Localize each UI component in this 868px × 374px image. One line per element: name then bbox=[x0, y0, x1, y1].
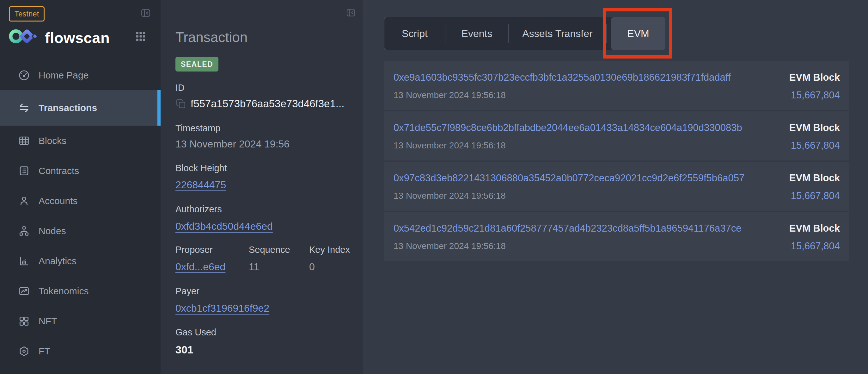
row-left: 0xe9a1603bc9355fc307b23eccfb3bfc1a3255a0… bbox=[394, 71, 731, 110]
evm-transaction-row: 0xe9a1603bc9355fc307b23eccfb3bfc1a3255a0… bbox=[384, 61, 849, 110]
collapse-panel-icon bbox=[346, 8, 356, 19]
key-index-value: 0 bbox=[309, 261, 351, 272]
sidebar-item-nodes[interactable]: Nodes bbox=[0, 216, 161, 246]
bar-chart-icon bbox=[18, 255, 30, 267]
key-index-label: Key Index bbox=[309, 245, 351, 254]
token-cube-icon bbox=[18, 346, 30, 357]
collapse-panel-icon bbox=[141, 8, 151, 19]
evm-transaction-row: 0x97c83d3eb8221431306880a35452a0b0772cec… bbox=[384, 162, 849, 211]
evm-block-label: EVM Block bbox=[789, 172, 840, 184]
copy-icon[interactable] bbox=[176, 98, 186, 109]
sidebar-item-label: Tokenomics bbox=[38, 286, 89, 296]
sequence-label: Sequence bbox=[249, 245, 309, 254]
payer-label: Payer bbox=[176, 286, 351, 296]
transaction-hash-link[interactable]: 0xe9a1603bc9355fc307b23eccfb3bfc1a3255a0… bbox=[394, 71, 731, 84]
apps-grid-button[interactable] bbox=[135, 31, 146, 43]
evm-block-number-link[interactable]: 15,667,804 bbox=[791, 141, 840, 151]
timestamp-value: 13 November 2024 19:56 bbox=[176, 138, 351, 150]
sidebar-item-label: Transactions bbox=[38, 103, 97, 113]
sidebar-item-label: Blocks bbox=[38, 136, 66, 146]
row-right: EVM Block 15,667,804 bbox=[777, 223, 840, 261]
authorizers-label: Authorizers bbox=[176, 204, 351, 214]
proposer-link[interactable]: 0xfd...e6ed bbox=[176, 261, 225, 272]
row-right: EVM Block 15,667,804 bbox=[777, 71, 840, 110]
grid-icon bbox=[135, 31, 146, 43]
gauge-icon bbox=[18, 69, 30, 81]
block-height-link[interactable]: 226844475 bbox=[176, 179, 226, 191]
sidebar-item-label: Contracts bbox=[38, 166, 79, 176]
sidebar-item-label: NFT bbox=[38, 316, 57, 326]
sidebar-item-accounts[interactable]: Accounts bbox=[0, 186, 161, 216]
page-title: Transaction bbox=[176, 29, 351, 46]
gas-used-value: 301 bbox=[176, 344, 351, 356]
sequence-value: 11 bbox=[249, 261, 309, 272]
swap-arrows-icon bbox=[18, 102, 30, 114]
id-label: ID bbox=[176, 83, 351, 92]
tab-evm[interactable]: EVM bbox=[611, 17, 665, 50]
sidebar-item-home-page[interactable]: Home Page bbox=[0, 60, 161, 90]
evm-transaction-row: 0x542ed1c92d59c21d81a60f258777457ad4b232… bbox=[384, 212, 849, 261]
evm-block-label: EVM Block bbox=[789, 223, 840, 234]
proposer-sequence-keyindex-group: Proposer Sequence Key Index 0xfd...e6ed … bbox=[176, 245, 351, 272]
hierarchy-icon bbox=[18, 225, 30, 237]
row-right: EVM Block 15,667,804 bbox=[777, 122, 840, 161]
flowscan-logo bbox=[8, 27, 38, 47]
sidebar-item-contracts[interactable]: Contracts bbox=[0, 156, 161, 186]
sidebar-nav: Home Page Transactions Blocks bbox=[0, 60, 161, 366]
transaction-id-row: f557a1573b76aa53e73d46f3e1... bbox=[176, 98, 351, 110]
proposer-label: Proposer bbox=[176, 245, 249, 254]
status-badge: SEALED bbox=[176, 57, 218, 71]
row-left: 0x71de55c7f989c8ce6bb2bffabdbe2044ee6a01… bbox=[394, 122, 742, 161]
transaction-hash-link[interactable]: 0x71de55c7f989c8ce6bb2bffabdbe2044ee6a01… bbox=[394, 122, 742, 134]
transaction-timestamp: 13 November 2024 19:56:18 bbox=[394, 241, 741, 251]
tab-divider bbox=[606, 24, 607, 43]
evm-block-number-link[interactable]: 15,667,804 bbox=[791, 191, 840, 201]
sidebar: Testnet flowscan bbox=[0, 0, 161, 374]
transaction-hash-link[interactable]: 0x542ed1c92d59c21d81a60f258777457ad4b232… bbox=[394, 223, 741, 234]
document-list-icon bbox=[18, 165, 30, 177]
transaction-timestamp: 13 November 2024 19:56:18 bbox=[394, 191, 744, 201]
four-squares-icon bbox=[18, 315, 30, 327]
evm-transaction-row: 0x71de55c7f989c8ce6bb2bffabdbe2044ee6a01… bbox=[384, 111, 849, 161]
block-height-label: Block Height bbox=[176, 163, 351, 173]
gas-used-label: Gas Used bbox=[176, 327, 351, 337]
trend-chart-icon bbox=[18, 285, 30, 297]
authorizers-link[interactable]: 0xfd3b4cd50d44e6ed bbox=[176, 221, 273, 232]
transaction-id-value: f557a1573b76aa53e73d46f3e1... bbox=[191, 98, 344, 110]
evm-block-number-link[interactable]: 15,667,804 bbox=[791, 241, 840, 251]
transaction-timestamp: 13 November 2024 19:56:18 bbox=[394, 90, 731, 100]
row-left: 0x97c83d3eb8221431306880a35452a0b0772cec… bbox=[394, 172, 744, 211]
sidebar-item-label: Accounts bbox=[38, 196, 78, 206]
tab-events[interactable]: Events bbox=[445, 28, 508, 39]
evm-block-label: EVM Block bbox=[789, 71, 840, 84]
brand-name: flowscan bbox=[45, 29, 110, 47]
sidebar-collapse-button[interactable] bbox=[141, 8, 151, 19]
sidebar-item-ft[interactable]: FT bbox=[0, 336, 161, 366]
timestamp-label: Timestamp bbox=[176, 123, 351, 133]
evm-block-label: EVM Block bbox=[789, 122, 840, 134]
active-accent-bar bbox=[157, 90, 161, 125]
sidebar-item-label: Analytics bbox=[38, 256, 76, 266]
sidebar-item-blocks[interactable]: Blocks bbox=[0, 125, 161, 156]
sidebar-item-analytics[interactable]: Analytics bbox=[0, 246, 161, 276]
tab-assets-transfer[interactable]: Assets Transfer bbox=[508, 28, 606, 39]
sidebar-item-label: FT bbox=[38, 346, 50, 356]
payer-link[interactable]: 0xcb1cf3196916f9e2 bbox=[176, 303, 269, 314]
sidebar-item-label: Nodes bbox=[38, 226, 66, 236]
row-right: EVM Block 15,667,804 bbox=[777, 172, 840, 211]
sidebar-item-tokenomics[interactable]: Tokenomics bbox=[0, 276, 161, 306]
person-icon bbox=[18, 195, 30, 207]
evm-block-number-link[interactable]: 15,667,804 bbox=[791, 90, 840, 100]
row-left: 0x542ed1c92d59c21d81a60f258777457ad4b232… bbox=[394, 223, 741, 261]
transaction-panel: Transaction SEALED ID f557a1573b76aa53e7… bbox=[161, 0, 363, 374]
sidebar-item-transactions[interactable]: Transactions bbox=[0, 90, 161, 125]
transaction-hash-link[interactable]: 0x97c83d3eb8221431306880a35452a0b0772cec… bbox=[394, 172, 744, 184]
transaction-timestamp: 13 November 2024 19:56:18 bbox=[394, 141, 742, 151]
tab-script[interactable]: Script bbox=[384, 28, 445, 39]
tab-bar: Script Events Assets Transfer EVM bbox=[384, 17, 665, 50]
panel-collapse-button[interactable] bbox=[346, 8, 356, 19]
main-content: Script Events Assets Transfer EVM 0xe9a1… bbox=[363, 0, 868, 374]
sidebar-item-nft[interactable]: NFT bbox=[0, 306, 161, 336]
sidebar-item-label: Home Page bbox=[38, 70, 89, 81]
network-badge: Testnet bbox=[9, 6, 44, 22]
